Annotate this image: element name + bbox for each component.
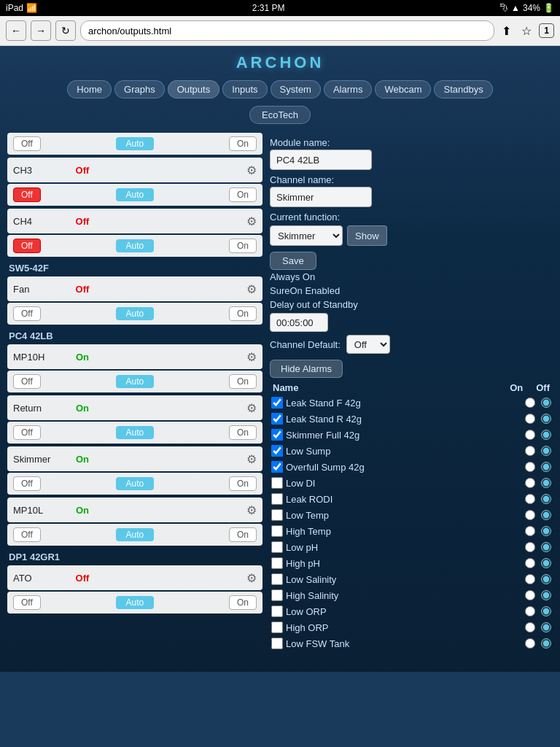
alarm-off-radio[interactable] [541,622,551,632]
tab-standbys[interactable]: Standbys [434,80,492,98]
alarm-on-radio[interactable] [525,478,535,488]
alarm-on-radio[interactable] [525,414,535,424]
tab-inputs[interactable]: Inputs [222,80,267,98]
mp10h-gear-icon[interactable]: ⚙ [242,350,257,364]
alarm-checkbox[interactable] [271,557,283,569]
fan-off-btn[interactable]: Off [13,306,41,321]
mp10h-off-btn[interactable]: Off [13,374,41,389]
ch3-on-btn[interactable]: On [229,187,257,202]
mp10l-on-btn[interactable]: On [229,527,257,542]
url-input[interactable] [80,20,494,41]
alarm-on-radio[interactable] [525,462,535,472]
mp10l-gear-icon[interactable]: ⚙ [242,503,257,517]
alarm-checkbox[interactable] [271,461,283,473]
alarm-checkbox[interactable] [271,413,283,425]
alarm-checkbox[interactable] [271,589,283,601]
alarm-on-radio[interactable] [525,558,535,568]
save-button[interactable]: Save [270,252,316,270]
tab-count[interactable]: 1 [539,23,554,38]
alarm-on-radio[interactable] [525,510,535,520]
return-off-btn[interactable]: Off [13,425,41,440]
alarm-on-radio[interactable] [525,574,535,584]
alarm-checkbox[interactable] [271,493,283,505]
alarm-off-radio[interactable] [541,590,551,600]
alarm-checkbox[interactable] [271,573,283,585]
hide-alarms-button[interactable]: Hide Alarms [270,360,343,378]
ch4-gear-icon[interactable]: ⚙ [242,214,257,228]
alarm-on-radio[interactable] [525,430,535,440]
ecotech-button[interactable]: EcoTech [249,106,311,124]
skimmer-gear-icon[interactable]: ⚙ [242,452,257,466]
alarm-checkbox[interactable] [271,525,283,537]
fan-auto-btn[interactable]: Auto [116,307,155,320]
show-button[interactable]: Show [347,225,387,246]
alarm-off-radio[interactable] [541,462,551,472]
ch4-off-btn[interactable]: Off [13,239,41,253]
ato-off-btn[interactable]: Off [13,595,41,610]
alarm-checkbox[interactable] [271,622,283,633]
mp10l-off-btn[interactable]: Off [13,527,41,542]
back-button[interactable]: ← [6,20,26,41]
return-gear-icon[interactable]: ⚙ [242,401,257,415]
ch3-auto-btn[interactable]: Auto [116,188,155,201]
alarm-off-radio[interactable] [541,526,551,536]
tab-home[interactable]: Home [67,80,112,98]
alarm-off-radio[interactable] [541,574,551,584]
ch3-off-btn[interactable]: Off [13,187,41,202]
fan-gear-icon[interactable]: ⚙ [242,282,257,296]
alarm-checkbox[interactable] [271,638,283,649]
alarm-off-radio[interactable] [541,638,551,649]
channel-default-select[interactable]: Off On Auto [346,335,390,354]
tab-system[interactable]: System [271,80,321,98]
alarm-checkbox[interactable] [271,477,283,489]
alarm-on-radio[interactable] [525,398,535,408]
alarm-checkbox[interactable] [271,397,283,409]
on-button-top[interactable]: On [229,136,257,151]
alarm-checkbox[interactable] [271,541,283,553]
fan-on-btn[interactable]: On [229,306,257,321]
alarm-on-radio[interactable] [525,622,535,632]
alarm-off-radio[interactable] [541,510,551,520]
function-select[interactable]: Skimmer Return MP10H MP10L ATO Fan [270,225,343,246]
ch3-gear-icon[interactable]: ⚙ [242,163,257,177]
bookmark-button[interactable]: ☆ [518,23,534,39]
ato-auto-btn[interactable]: Auto [116,596,155,609]
module-name-input[interactable] [270,150,372,170]
channel-name-input[interactable] [270,187,372,207]
alarm-on-radio[interactable] [525,494,535,504]
alarm-on-radio[interactable] [525,638,535,649]
share-button[interactable]: ⬆ [499,23,514,39]
alarm-checkbox[interactable] [271,509,283,521]
alarm-on-radio[interactable] [525,590,535,600]
tab-outputs[interactable]: Outputs [168,80,220,98]
mp10h-on-btn[interactable]: On [229,374,257,389]
alarm-on-radio[interactable] [525,526,535,536]
return-auto-btn[interactable]: Auto [116,426,155,439]
alarm-checkbox[interactable] [271,429,283,441]
alarm-off-radio[interactable] [541,606,551,616]
alarm-off-radio[interactable] [541,478,551,488]
off-button-top[interactable]: Off [13,136,41,151]
alarm-off-radio[interactable] [541,494,551,504]
tab-graphs[interactable]: Graphs [114,80,165,98]
skimmer-auto-btn[interactable]: Auto [116,477,155,490]
reload-button[interactable]: ↻ [55,20,76,41]
alarm-off-radio[interactable] [541,558,551,568]
ato-on-btn[interactable]: On [229,595,257,610]
auto-button-top[interactable]: Auto [116,137,155,150]
alarm-on-radio[interactable] [525,446,535,456]
skimmer-on-btn[interactable]: On [229,476,257,491]
mp10l-auto-btn[interactable]: Auto [116,528,155,541]
tab-alarms[interactable]: Alarms [324,80,372,98]
mp10h-auto-btn[interactable]: Auto [116,375,155,388]
alarm-off-radio[interactable] [541,430,551,440]
ch4-on-btn[interactable]: On [229,239,257,253]
alarm-off-radio[interactable] [541,398,551,408]
return-on-btn[interactable]: On [229,425,257,440]
forward-button[interactable]: → [31,20,51,41]
ato-gear-icon[interactable]: ⚙ [242,571,257,585]
delay-time-input[interactable] [270,313,328,332]
alarm-off-radio[interactable] [541,542,551,552]
alarm-off-radio[interactable] [541,446,551,456]
alarm-on-radio[interactable] [525,542,535,552]
